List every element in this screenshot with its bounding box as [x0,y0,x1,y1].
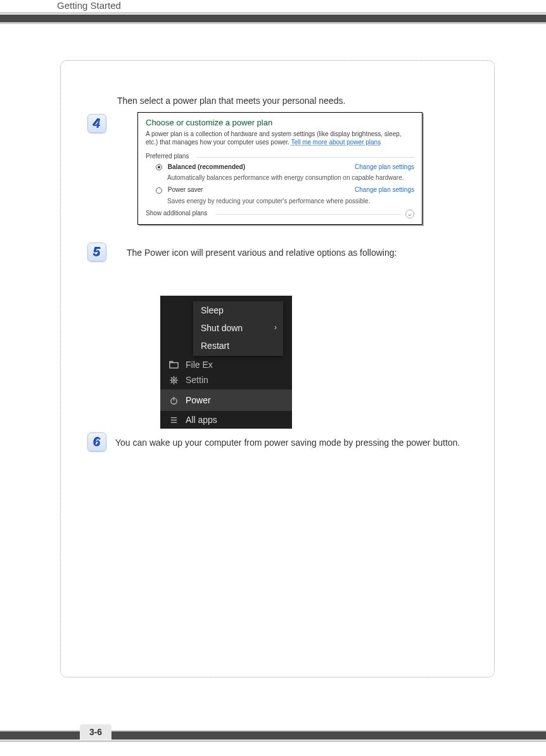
svg-point-2 [173,379,175,381]
step-5-badge: 5 [87,243,106,261]
power-icon [168,395,179,405]
sleep-label: Sleep [201,305,224,315]
header-rule [0,13,546,13]
start-row-file-explorer[interactable]: File Ex [160,357,292,372]
gear-icon [168,375,179,385]
plan-balanced-row[interactable]: Balanced (recommended) Change plan setti… [156,163,414,170]
panel-title: Choose or customize a power plan [146,118,414,127]
plan-powersaver-name: Power saver [168,186,203,193]
chevron-down-icon[interactable]: ⌄ [405,210,414,218]
step-6-text: You can wake up your computer from power… [115,434,470,451]
svg-rect-0 [169,363,177,368]
start-row-power[interactable]: Power [160,389,292,411]
menu-item-restart[interactable]: Restart [193,337,283,355]
header-bar-light [0,22,546,24]
power-label: Power [186,395,211,405]
header-title: Getting Started [57,0,121,11]
list-icon [168,415,179,425]
plan-powersaver-row[interactable]: Power saver Change plan settings [156,186,414,193]
change-settings-link[interactable]: Change plan settings [355,186,414,193]
change-settings-link[interactable]: Change plan settings [355,163,414,170]
plan-balanced-desc: Automatically balances performance with … [167,174,414,181]
plan-balanced-name: Balanced (recommended) [168,163,245,170]
footer-bar-light [0,740,546,742]
more-link[interactable]: Tell me more about power plans [291,139,381,146]
menu-item-shutdown[interactable]: Shut down› [193,319,283,337]
panel-description: A power plan is a collection of hardware… [146,130,414,146]
preferred-plans-label: Preferred plans [146,153,414,160]
step-4-text: Then select a power plan that meets your… [117,92,459,110]
radio-icon[interactable] [156,164,162,170]
start-row-settings[interactable]: Settin [160,372,292,387]
document-page: Getting Started Then select a power plan… [0,0,546,756]
menu-item-sleep[interactable]: Sleep [193,301,283,319]
show-additional-row[interactable]: Show additional plans ⌄ [146,210,414,217]
chevron-right-icon: › [274,323,277,332]
page-number: 3-6 [80,724,111,740]
start-row-all-apps[interactable]: All apps [160,411,292,429]
settings-label: Settin [186,375,208,385]
power-flyout: Sleep Shut down› Restart [193,301,283,356]
step-4-badge: 4 [87,114,106,133]
plan-powersaver-desc: Saves energy by reducing your computer's… [167,198,414,205]
radio-icon[interactable] [156,187,162,194]
power-options-panel: Choose or customize a power plan A power… [137,112,422,225]
header-bar [0,15,546,22]
step-5-text: The Power icon will present various and … [127,244,469,261]
shutdown-label: Shut down [201,323,243,333]
show-additional-label: Show additional plans [146,210,207,217]
step-6-badge: 6 [87,432,106,451]
svg-point-1 [171,378,176,383]
file-explorer-label: File Ex [186,360,213,370]
restart-label: Restart [201,341,229,351]
start-power-menu: Sleep Shut down› Restart File Ex Settin … [160,296,292,429]
file-explorer-icon [168,360,179,370]
all-apps-label: All apps [186,415,217,425]
